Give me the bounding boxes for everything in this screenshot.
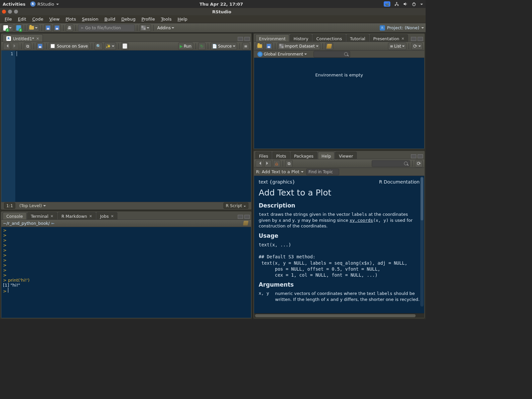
help-forward-button[interactable]	[264, 160, 272, 167]
goto-dir-icon[interactable]: ➳	[51, 221, 54, 226]
xy-coords-link[interactable]: xy.coords	[349, 218, 373, 223]
help-back-button[interactable]	[256, 160, 263, 167]
new-file-button[interactable]	[2, 24, 13, 32]
source-button[interactable]: 📄Source	[210, 43, 237, 50]
popout-button[interactable]: ⧉	[24, 43, 31, 50]
tab-console[interactable]: Console	[3, 212, 27, 219]
env-search-input[interactable]	[314, 51, 350, 58]
pane-minimize-icon[interactable]	[238, 215, 243, 219]
find-in-topic-input[interactable]: Find in Topic	[306, 169, 339, 175]
menu-code[interactable]: Code	[30, 16, 46, 22]
app-menu[interactable]: R RStudio	[30, 1, 59, 7]
cursor-position[interactable]: 1:1	[4, 202, 15, 209]
new-project-button[interactable]	[15, 24, 23, 32]
open-file-button[interactable]	[28, 24, 39, 32]
menu-help[interactable]: Help	[175, 16, 190, 22]
source-tab-untitled1[interactable]: R Untitled1* ✕	[3, 34, 43, 42]
save-button[interactable]	[44, 24, 52, 32]
sound-icon[interactable]	[403, 2, 408, 6]
zoom-indicator-icon[interactable]: 📹	[384, 1, 390, 7]
window-close-icon[interactable]	[2, 10, 6, 14]
tab-tutorial[interactable]: Tutorial	[346, 34, 369, 42]
menu-session[interactable]: Session	[79, 16, 101, 22]
window-maximize-icon[interactable]	[14, 10, 18, 14]
scope-selector[interactable]: (Top Level)	[19, 203, 46, 208]
refresh-env-button[interactable]: ⟳	[411, 43, 423, 50]
activities-button[interactable]: Activities	[3, 2, 26, 7]
pane-minimize-icon[interactable]	[411, 37, 416, 41]
save-workspace-button[interactable]	[265, 43, 273, 50]
goto-file-input[interactable]: ➣ Go to file/function	[78, 24, 135, 32]
source-editor[interactable]: 1	[1, 51, 251, 202]
help-refresh-button[interactable]: ⟳	[415, 160, 423, 167]
menu-debug[interactable]: Debug	[119, 16, 138, 22]
outline-button[interactable]: ≡	[242, 43, 249, 50]
menu-edit[interactable]: Edit	[15, 16, 29, 22]
tab-history[interactable]: History	[290, 34, 312, 42]
tab-plots[interactable]: Plots	[272, 152, 290, 159]
pane-maximize-icon[interactable]	[418, 37, 423, 41]
menu-build[interactable]: Build	[102, 16, 118, 22]
menu-tools[interactable]: Tools	[158, 16, 174, 22]
save-source-button[interactable]	[36, 43, 44, 50]
import-dataset-button[interactable]: Import Dataset	[278, 43, 320, 50]
workspace-panes-button[interactable]	[140, 24, 151, 32]
scrollbar-thumb[interactable]	[421, 177, 423, 220]
tab-connections[interactable]: Connections	[313, 34, 345, 42]
scrollbar-horizontal[interactable]	[254, 313, 424, 318]
tab-jobs[interactable]: Jobs✕	[96, 212, 117, 219]
network-icon[interactable]	[394, 2, 399, 6]
menu-view[interactable]: View	[47, 16, 62, 22]
scrollbar-vertical[interactable]	[420, 177, 424, 307]
power-icon[interactable]	[412, 2, 416, 6]
save-all-button[interactable]	[53, 24, 61, 32]
tab-files[interactable]: Files	[255, 152, 272, 159]
back-button[interactable]	[3, 43, 10, 50]
chevron-down-icon[interactable]	[420, 2, 423, 7]
menu-plots[interactable]: Plots	[63, 16, 78, 22]
help-home-button[interactable]: ⌂	[273, 160, 280, 167]
close-icon[interactable]: ✕	[50, 214, 53, 218]
load-workspace-button[interactable]	[256, 43, 264, 50]
print-button[interactable]: 🖶	[66, 24, 73, 32]
window-minimize-icon[interactable]	[8, 10, 12, 14]
close-icon[interactable]: ✕	[36, 37, 39, 41]
source-on-save-checkbox[interactable]: Source on Save	[49, 43, 89, 50]
tab-packages[interactable]: Packages	[291, 152, 317, 159]
project-menu[interactable]: R Project: (None)	[380, 25, 424, 31]
console-path[interactable]: ~/r_and_python_book/ ➳	[3, 221, 55, 226]
help-breadcrumb[interactable]: R: Add Text to a Plot	[256, 169, 304, 174]
file-type-selector[interactable]: R Script	[223, 202, 248, 209]
tab-terminal[interactable]: Terminal✕	[27, 212, 57, 219]
clear-env-button[interactable]	[325, 43, 333, 50]
close-icon[interactable]: ✕	[111, 214, 114, 218]
rerun-button[interactable]: ↻	[198, 43, 205, 50]
compile-button[interactable]	[121, 43, 129, 50]
env-scope[interactable]: Global Environment	[256, 51, 308, 58]
menu-profile[interactable]: Profile	[139, 16, 157, 22]
help-content[interactable]: text {graphics} R Documentation Add Text…	[254, 176, 424, 313]
find-button[interactable]: 🔍	[94, 43, 103, 50]
help-search-input[interactable]	[372, 160, 410, 167]
tab-rmarkdown[interactable]: R Markdown✕	[58, 212, 96, 219]
clear-console-button[interactable]	[242, 219, 249, 227]
wand-button[interactable]: ✨	[104, 43, 116, 50]
tab-viewer[interactable]: Viewer	[335, 152, 357, 159]
help-popout-button[interactable]: ⧉	[285, 160, 293, 167]
pane-minimize-icon[interactable]	[238, 37, 243, 41]
tab-environment[interactable]: Environment	[255, 34, 289, 42]
scrollbar-thumb[interactable]	[255, 314, 416, 317]
tab-presentation[interactable]: Presentation✕	[370, 34, 408, 42]
pane-maximize-icon[interactable]	[244, 37, 250, 41]
tab-help[interactable]: Help	[318, 152, 335, 159]
console-output[interactable]: > > > > > > > > > > > print('hi!')[1] "h…	[1, 227, 251, 318]
menu-file[interactable]: File	[2, 16, 15, 22]
env-view-mode[interactable]: ≡List	[388, 43, 406, 50]
forward-button[interactable]	[12, 43, 19, 50]
close-icon[interactable]: ✕	[89, 214, 92, 218]
run-button[interactable]: ▶Run	[178, 43, 193, 50]
pane-maximize-icon[interactable]	[418, 154, 423, 158]
pane-minimize-icon[interactable]	[411, 154, 416, 158]
pane-maximize-icon[interactable]	[244, 215, 250, 219]
close-icon[interactable]: ✕	[401, 37, 404, 41]
